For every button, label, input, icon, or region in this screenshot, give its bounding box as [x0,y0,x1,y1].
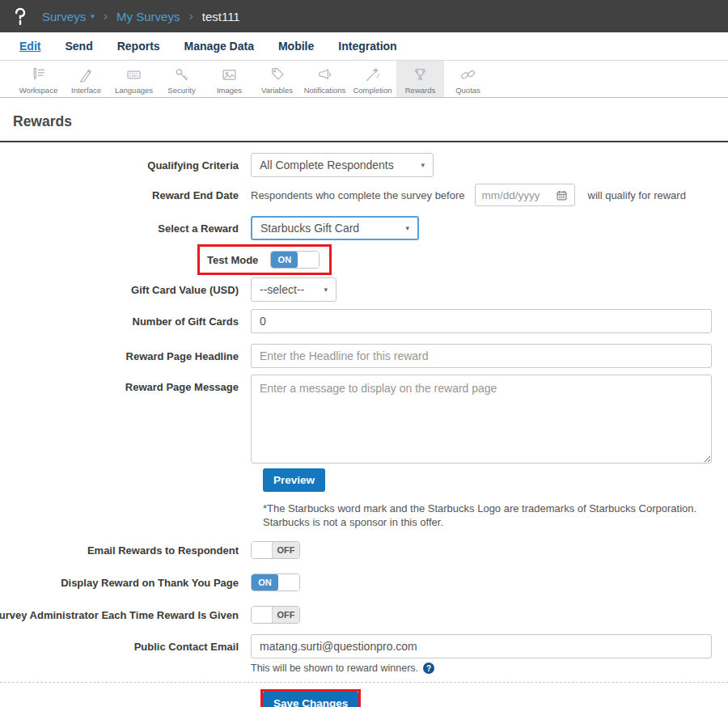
email-admin-label: Email Survey Administrator Each Time Rew… [0,609,251,621]
end-date-prefix-text: Respondents who complete the survey befo… [251,189,465,201]
public-contact-email-input[interactable] [251,634,712,658]
toggle-on-label: ON [271,252,298,268]
reward-end-date-input[interactable]: mm/dd/yyyy [475,184,575,206]
qualifying-criteria-value: All Complete Respondents [260,159,394,171]
save-changes-button[interactable]: Save Changes [263,692,358,707]
toolbar-item-security[interactable]: Security [158,61,205,97]
email-admin-toggle[interactable]: OFF [251,606,300,624]
gift-card-value-selected: --select-- [260,283,304,296]
rewards-icon [412,66,429,83]
notifications-icon [316,66,333,83]
qualifying-criteria-label: Qualifying Criteria [0,159,251,171]
interface-icon [78,66,95,83]
menu-item-integration[interactable]: Integration [338,40,396,53]
save-changes-annotation: Save Changes [260,689,361,707]
toggle-knob [278,574,299,591]
contact-email-helper-text: This will be shown to reward winners. [251,663,418,674]
toolbar-item-label: Languages [115,86,153,95]
security-icon [173,66,190,83]
toolbar-item-rewards[interactable]: Rewards [396,61,444,97]
starbucks-disclaimer-text: *The Starbucks word mark and the Starbuc… [263,502,728,529]
toolbar-item-notifications[interactable]: Notifications [301,61,349,97]
menu-item-send[interactable]: Send [65,40,92,53]
menu-item-manage-data[interactable]: Manage Data [184,40,254,53]
breadcrumb-separator-icon: › [188,9,193,23]
quotas-icon [459,66,476,83]
number-of-gift-cards-input[interactable] [251,309,712,333]
toolbar-item-label: Interface [71,86,101,95]
select-caret-icon: ▾ [324,286,328,294]
toolbar-item-label: Notifications [304,86,346,95]
reward-page-headline-label: Reward Page Headline [0,350,251,362]
main-menu: Edit Send Reports Manage Data Mobile Int… [0,32,728,61]
qualifying-criteria-select[interactable]: All Complete Respondents ▾ [251,153,434,177]
display-reward-label: Display Reward on Thank You Page [0,577,251,589]
toggle-on-label: ON [252,574,278,591]
toolbar-item-label: Workspace [19,86,57,95]
languages-icon [125,66,142,83]
toolbar-item-quotas[interactable]: Quotas [444,61,492,97]
select-reward-select[interactable]: Starbucks Gift Card ▾ [251,216,419,240]
email-rewards-toggle[interactable]: OFF [251,541,300,559]
toolbar-item-completion[interactable]: Completion [349,61,396,97]
toggle-off-label: OFF [273,607,299,623]
reward-page-message-textarea[interactable] [251,375,712,464]
edit-toolbar: Workspace Interface Languages Security I… [0,61,728,98]
menu-item-edit[interactable]: Edit [19,40,40,53]
preview-button[interactable]: Preview [263,468,325,492]
breadcrumb-separator-icon: › [104,9,108,23]
toolbar-item-workspace[interactable]: Workspace [15,61,62,97]
breadcrumb-surveys-label: Surveys [42,10,86,23]
menu-item-mobile[interactable]: Mobile [278,40,314,53]
reward-end-date-label: Reward End Date [0,189,251,201]
questionpro-logo-icon[interactable] [10,6,31,27]
menu-item-reports[interactable]: Reports [117,40,160,53]
number-of-gift-cards-label: Number of Gift Cards [0,315,251,328]
select-reward-value: Starbucks Gift Card [260,222,359,235]
select-caret-icon: ▾ [421,161,425,169]
workspace-icon [30,66,47,83]
calendar-icon [556,189,568,201]
page-title: Rewards [0,98,728,141]
completion-icon [364,66,381,83]
toggle-knob [252,542,273,558]
section-divider [0,682,728,683]
toggle-off-label: OFF [273,542,299,558]
toolbar-item-label: Completion [353,86,392,95]
toolbar-item-label: Variables [261,86,293,95]
public-contact-email-label: Public Contact Email [0,634,251,653]
toolbar-item-label: Security [167,86,195,95]
test-mode-label: Test Mode [207,254,258,266]
toggle-knob [252,607,273,623]
rewards-form: Qualifying Criteria All Complete Respond… [0,142,728,707]
select-caret-icon: ▾ [405,224,409,232]
test-mode-toggle[interactable]: ON [270,251,320,269]
toolbar-item-languages[interactable]: Languages [110,61,158,97]
breadcrumb-surveys[interactable]: Surveys ▾ [42,10,95,23]
reward-page-message-label: Reward Page Message [0,375,251,393]
test-mode-annotation: Test Mode ON [197,244,332,275]
toolbar-item-label: Quotas [455,86,480,95]
display-reward-toggle[interactable]: ON [251,574,300,591]
variables-icon [269,66,286,83]
images-icon [221,66,238,83]
toolbar-item-label: Images [217,86,242,95]
breadcrumb-survey-name: test111 [202,10,240,23]
chevron-down-icon: ▾ [91,12,95,20]
gift-card-value-label: Gift Card Value (USD) [0,284,251,296]
toolbar-item-label: Rewards [405,86,436,95]
reward-page-headline-input[interactable] [251,344,712,368]
email-rewards-label: Email Rewards to Respondent [0,544,251,557]
select-reward-label: Select a Reward [0,222,251,235]
help-icon[interactable]: ? [423,663,434,674]
end-date-suffix-text: will qualify for reward [588,189,686,201]
top-bar: Surveys ▾ › My Surveys › test111 [0,0,728,32]
breadcrumb-my-surveys[interactable]: My Surveys [116,10,180,23]
gift-card-value-select[interactable]: --select-- ▾ [251,277,336,302]
toggle-knob [298,252,319,268]
breadcrumb-my-surveys-label: My Surveys [116,10,180,23]
toolbar-item-images[interactable]: Images [205,61,253,97]
date-placeholder: mm/dd/yyyy [482,189,540,201]
toolbar-item-variables[interactable]: Variables [253,61,301,97]
toolbar-item-interface[interactable]: Interface [62,61,110,97]
